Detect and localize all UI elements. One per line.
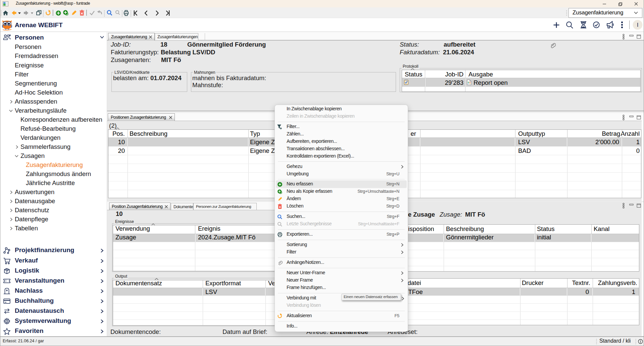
svg-text:I: I [637, 22, 639, 28]
